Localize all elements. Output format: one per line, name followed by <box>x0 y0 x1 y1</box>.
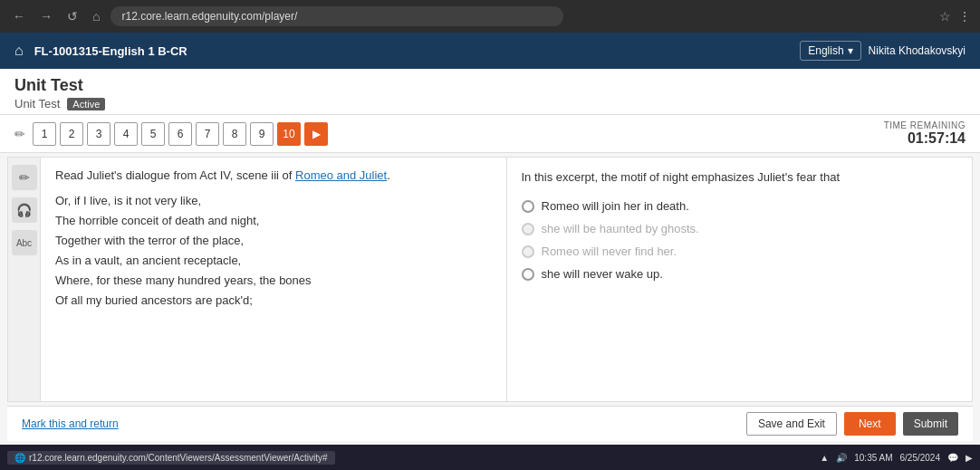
course-title: FL-1001315-English 1 B-CR <box>34 44 801 58</box>
browser-chrome: ← → ↺ ⌂ r12.core.learn.edgenuity.com/pla… <box>0 0 980 33</box>
app-header: ⌂ FL-1001315-English 1 B-CR English ▾ Ni… <box>0 33 980 69</box>
app-home-icon[interactable]: ⌂ <box>14 43 24 59</box>
answer-text-a: Romeo will join her in death. <box>542 199 689 213</box>
audio-icon[interactable]: 🎧 <box>12 197 37 223</box>
question-btn-5[interactable]: 5 <box>141 122 165 146</box>
answer-option-b[interactable]: she will be haunted by ghosts. <box>522 222 958 235</box>
language-dropdown-arrow: ▾ <box>848 44 853 57</box>
answer-text-c: Romeo will never find her. <box>542 245 677 258</box>
answer-text-d: she will never wake up. <box>542 267 663 281</box>
taskbar-right: ▲ 🔊 10:35 AM 6/25/2024 💬 ▶ <box>820 453 973 463</box>
radio-c[interactable] <box>522 245 534 258</box>
pencil-icon[interactable]: ✏ <box>14 127 25 141</box>
question-btn-10[interactable]: 10 <box>277 122 301 146</box>
question-btn-8[interactable]: 8 <box>223 122 246 146</box>
passage-intro: Read Juliet's dialogue from Act IV, scen… <box>55 168 492 182</box>
taskbar-url: r12.core.learn.edgenuity.com/ContentView… <box>29 453 328 463</box>
active-badge: Active <box>67 98 105 110</box>
question-text: In this excerpt, the motif of night emph… <box>522 168 958 187</box>
answer-option-d[interactable]: she will never wake up. <box>522 267 958 281</box>
question-btn-6[interactable]: 6 <box>168 122 192 146</box>
volume-icon: 🔊 <box>836 453 847 463</box>
passage-line-2: The horrible conceit of death and night, <box>55 211 492 231</box>
next-button[interactable]: Next <box>844 412 896 436</box>
menu-icon[interactable]: ⋮ <box>958 9 971 24</box>
passage-line-6: Of all my buried ancestors are pack'd; <box>55 291 492 311</box>
passage-line-3: Together with the terror of the place, <box>55 231 492 251</box>
answer-option-c[interactable]: Romeo will never find her. <box>522 245 958 258</box>
text-tool-icon[interactable]: Abc <box>12 230 37 255</box>
time-label: TIME REMAINING <box>884 120 966 130</box>
address-bar[interactable]: r12.core.learn.edgenuity.com/player/ <box>110 6 563 26</box>
home-button[interactable]: ⌂ <box>89 7 103 25</box>
passage-text: Or, if I live, is it not very like, The … <box>55 191 492 312</box>
unit-test-status-row: Unit Test Active <box>14 97 966 110</box>
taskbar: 🌐 r12.core.learn.edgenuity.com/ContentVi… <box>0 445 980 470</box>
mark-return-link[interactable]: Mark this and return <box>22 417 119 430</box>
answer-text-b: she will be haunted by ghosts. <box>542 222 699 235</box>
radio-a[interactable] <box>522 200 534 213</box>
unit-test-label: Unit Test <box>14 97 60 110</box>
taskbar-app-icon: 🌐 <box>14 453 25 463</box>
star-icon[interactable]: ☆ <box>939 9 951 24</box>
question-nav: ✏ 1 2 3 4 5 6 7 8 9 10 ▶ TIME REMAINING … <box>0 115 980 153</box>
passage-line-5: Where, for these many hundred years, the… <box>55 271 492 291</box>
question-btn-3[interactable]: 3 <box>87 122 110 146</box>
unit-test-header: Unit Test Unit Test Active <box>0 69 980 115</box>
bottom-buttons: Save and Exit Next Submit <box>746 412 958 436</box>
header-right: English ▾ Nikita Khodakovskyi <box>800 41 966 61</box>
unit-test-title: Unit Test <box>14 76 966 95</box>
forward-button[interactable]: → <box>36 7 56 25</box>
left-sidebar: ✏ 🎧 Abc <box>8 158 41 401</box>
passage-line-4: As in a vault, an ancient receptacle, <box>55 251 492 271</box>
language-label: English <box>808 44 843 57</box>
submit-button[interactable]: Submit <box>903 412 958 436</box>
radio-d[interactable] <box>522 268 534 281</box>
time-remaining: TIME REMAINING 01:57:14 <box>884 120 966 147</box>
taskbar-left: 🌐 r12.core.learn.edgenuity.com/ContentVi… <box>7 451 335 465</box>
content-area: ✏ 🎧 Abc Read Juliet's dialogue from Act … <box>7 157 973 402</box>
passage-column: Read Juliet's dialogue from Act IV, scen… <box>41 158 507 401</box>
time-value: 01:57:14 <box>884 130 966 147</box>
save-exit-button[interactable]: Save and Exit <box>746 412 837 436</box>
bottom-bar: Mark this and return Save and Exit Next … <box>7 406 973 441</box>
question-btn-1[interactable]: 1 <box>33 122 56 146</box>
reload-button[interactable]: ↺ <box>63 7 82 25</box>
user-name: Nikita Khodakovskyi <box>869 44 966 57</box>
network-icon: ▲ <box>820 453 829 463</box>
question-column: In this excerpt, the motif of night emph… <box>507 158 973 401</box>
question-next-arrow[interactable]: ▶ <box>304 122 328 146</box>
taskbar-date: 6/25/2024 <box>900 453 941 463</box>
taskbar-app[interactable]: 🌐 r12.core.learn.edgenuity.com/ContentVi… <box>7 451 335 465</box>
question-btn-9[interactable]: 9 <box>250 122 274 146</box>
radio-b[interactable] <box>522 223 534 235</box>
passage-link[interactable]: Romeo and Juliet <box>295 168 387 182</box>
passage-line-1: Or, if I live, is it not very like, <box>55 191 492 211</box>
browser-icons: ☆ ⋮ <box>939 9 971 24</box>
language-selector[interactable]: English ▾ <box>800 41 860 61</box>
question-btn-7[interactable]: 7 <box>196 122 219 146</box>
back-button[interactable]: ← <box>9 7 29 25</box>
question-btn-4[interactable]: 4 <box>114 122 138 146</box>
expand-icon[interactable]: ▶ <box>966 453 973 463</box>
answer-option-a[interactable]: Romeo will join her in death. <box>522 199 958 213</box>
pencil-tool-icon[interactable]: ✏ <box>12 165 37 190</box>
notification-icon[interactable]: 💬 <box>947 453 958 463</box>
main-content: Unit Test Unit Test Active ✏ 1 2 3 4 5 6… <box>0 69 980 445</box>
taskbar-time: 10:35 AM <box>854 453 892 463</box>
question-btn-2[interactable]: 2 <box>60 122 83 146</box>
